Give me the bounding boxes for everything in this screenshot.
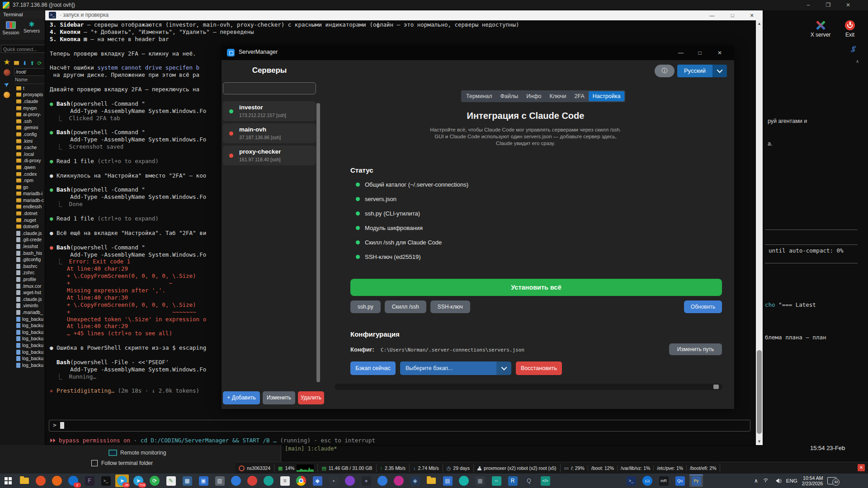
file-item[interactable]: .npm xyxy=(14,177,47,184)
sidebar-scrollbar[interactable] xyxy=(316,103,320,382)
file-item[interactable]: .git-crede xyxy=(14,237,47,244)
file-item[interactable]: log_backu xyxy=(14,349,47,356)
follow-terminal-checkbox[interactable] xyxy=(91,460,98,466)
file-item[interactable]: dotnet9 xyxy=(14,223,47,230)
tab-настройка[interactable]: Настройка xyxy=(589,91,625,101)
language-select[interactable]: Русский xyxy=(677,65,727,77)
file-item[interactable]: go xyxy=(14,184,47,191)
add-server-button[interactable]: + Добавить xyxy=(223,391,260,404)
file-item[interactable]: log_backu xyxy=(14,362,47,369)
file-item[interactable]: .dotnet xyxy=(14,210,47,217)
backup-select[interactable]: Выберите бэкап... xyxy=(400,361,511,375)
upload-icon[interactable]: ⬆ xyxy=(30,60,34,66)
download-icon[interactable]: ⬇ xyxy=(22,60,27,66)
maximize-icon[interactable]: □ xyxy=(725,10,740,20)
folder-up-icon[interactable] xyxy=(14,61,19,65)
taskbar-icon-file-explorer[interactable] xyxy=(18,474,31,487)
refresh-icon[interactable]: ⟳ xyxy=(37,60,42,66)
taskbar-icon-app-teal-3[interactable]: ‹› xyxy=(490,474,503,487)
file-item[interactable]: .gemini xyxy=(14,125,47,131)
file-item[interactable]: t xyxy=(14,85,47,92)
tab-ключи[interactable]: Ключи xyxy=(545,91,570,101)
taskbar-icon-app-blue-window[interactable]: ▣ xyxy=(197,474,210,487)
language-indicator[interactable]: ENG xyxy=(786,478,797,483)
file-item[interactable]: .nuget xyxy=(14,217,47,224)
terminal-titlebar[interactable]: >_ · запуск и проверка — □ ✕ xyxy=(45,10,763,20)
file-item[interactable]: .codex xyxy=(14,171,47,178)
file-item[interactable]: .zshrc xyxy=(14,270,47,277)
tab-файлы[interactable]: Файлы xyxy=(496,91,523,101)
file-item[interactable]: .lesshst xyxy=(14,243,47,250)
file-item[interactable]: .claude.js xyxy=(14,230,47,237)
file-item[interactable]: .mariadb_ xyxy=(14,309,47,316)
taskbar-icon-powershell[interactable]: >_ xyxy=(624,474,638,487)
speaker-icon[interactable]: )) xyxy=(774,479,782,483)
tab-терминал[interactable]: Терминал xyxy=(462,91,496,101)
terminal-input-box[interactable]: > xyxy=(49,420,750,432)
file-item[interactable]: .qwen xyxy=(14,164,47,171)
info-button[interactable]: ⓘ xyxy=(655,65,675,77)
file-item[interactable]: .kimi xyxy=(14,138,47,145)
file-item[interactable]: .bashrc xyxy=(14,263,47,270)
tool-button[interactable]: SSH-ключ xyxy=(430,300,470,313)
servermanager-titlebar[interactable]: ServerManager — □ ✕ xyxy=(222,45,734,60)
file-item[interactable]: log_backu xyxy=(14,329,47,336)
close-icon[interactable]: ✕ xyxy=(838,0,858,10)
taskbar-icon-app-purple[interactable] xyxy=(343,474,357,487)
backup-now-button[interactable]: Бэкап сейчас xyxy=(350,361,396,375)
scroll-up-icon[interactable]: ▲ xyxy=(756,20,763,27)
file-item[interactable]: ai-proxy- xyxy=(14,111,47,118)
taskbar-icon-thunderbird[interactable]: 2 xyxy=(66,474,80,487)
remote-monitoring-button[interactable]: Remote monitoring xyxy=(108,450,166,456)
statusbar-close-icon[interactable]: ✕ xyxy=(858,464,865,471)
file-item[interactable]: mariadb-c xyxy=(14,197,47,204)
paper-plane-icon[interactable]: ➤ xyxy=(1,79,12,90)
server-item[interactable]: proxy-checker161.97.118.40 [ssh] xyxy=(223,145,316,165)
taskbar-icon-start[interactable] xyxy=(1,474,15,487)
notifications-icon[interactable]: 32 xyxy=(827,477,836,484)
tool-button[interactable]: ssh.py xyxy=(350,300,381,313)
server-item[interactable]: main-ovh37.187.136.86 [ssh] xyxy=(223,123,316,143)
minimize-icon[interactable]: – xyxy=(798,0,818,10)
taskbar-icon-app-r[interactable]: R xyxy=(506,474,519,487)
change-path-button[interactable]: Изменить путь xyxy=(669,343,722,355)
taskbar-icon-folder-app[interactable] xyxy=(425,474,438,487)
file-item[interactable]: myvpn xyxy=(14,105,47,112)
taskbar-icon-app-teal-round[interactable] xyxy=(262,474,275,487)
file-item[interactable]: .claude xyxy=(14,98,47,105)
restore-icon[interactable]: ❐ xyxy=(818,0,838,10)
edit-server-button[interactable]: Изменить xyxy=(263,391,295,404)
taskbar-clock[interactable]: 10:54 AM 2/23/2026 xyxy=(802,475,823,486)
close-icon[interactable]: ✕ xyxy=(744,10,760,20)
taskbar-icon-cmd[interactable]: >_ xyxy=(99,474,113,487)
taskbar-icon-quick-utmo[interactable]: Qu xyxy=(673,474,687,487)
server-item[interactable]: investor173.212.212.157 [ssh] xyxy=(223,101,316,121)
horizontal-scrollbar[interactable] xyxy=(335,384,722,390)
file-item[interactable]: .gitconfig xyxy=(14,256,47,263)
file-item[interactable]: log_backu xyxy=(14,316,47,323)
chevron-down-icon[interactable] xyxy=(712,65,727,77)
taskbar-icon-app-red[interactable] xyxy=(245,474,259,487)
taskbar-icon-telegram-alt[interactable]: ➤715 xyxy=(132,474,145,487)
taskbar-icon-brave-browser[interactable] xyxy=(34,474,47,487)
file-item[interactable]: log_backu xyxy=(14,355,47,362)
file-item[interactable]: .tmux.cor xyxy=(14,283,47,290)
file-item[interactable]: .bash_his xyxy=(14,250,47,257)
taskbar-icon-app-blue-4[interactable]: ▤ xyxy=(441,474,454,487)
terminal-scrollbar[interactable]: ▲ ▼ xyxy=(756,20,763,445)
taskbar-icon-telegram-main[interactable]: ➤.26 xyxy=(115,474,129,487)
taskbar-icon-app-navy[interactable]: ◈ xyxy=(408,474,422,487)
file-item[interactable]: proxyapis xyxy=(14,92,47,99)
file-item[interactable]: mariadb-i xyxy=(14,191,47,197)
taskbar-icon-app-quick[interactable]: Q xyxy=(522,474,536,487)
tool-button[interactable]: Скилл /ssh xyxy=(385,300,426,313)
taskbar-icon-freaky-app[interactable]: F xyxy=(83,474,96,487)
files-column-header[interactable]: Name xyxy=(15,77,47,84)
tab-2fa[interactable]: 2FA xyxy=(571,91,589,101)
taskbar-icon-app-gray[interactable]: ▨ xyxy=(213,474,226,487)
file-item[interactable]: .cache xyxy=(14,144,47,151)
close-icon[interactable]: ✕ xyxy=(712,47,727,58)
menu-terminal[interactable]: Terminal xyxy=(3,10,23,19)
session-button[interactable]: Session xyxy=(1,21,21,35)
orange-ball-icon[interactable] xyxy=(3,92,11,100)
